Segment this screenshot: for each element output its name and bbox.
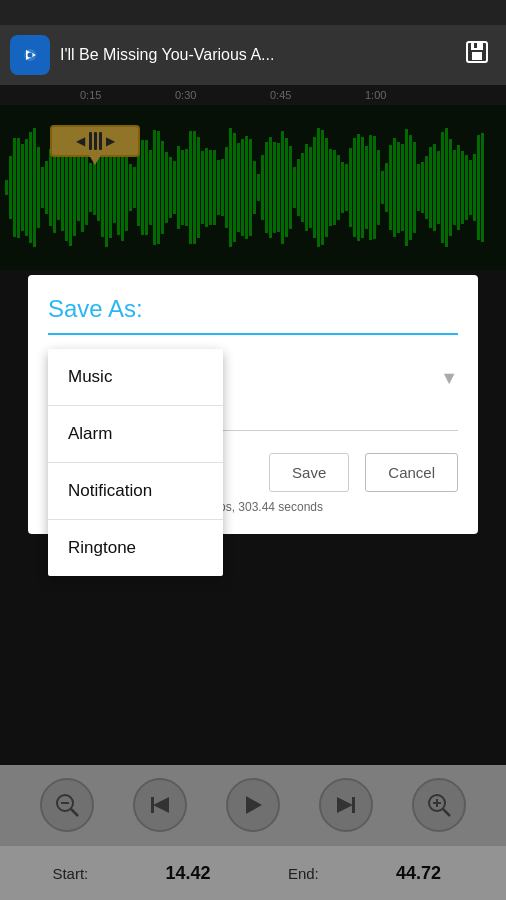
save-icon-button[interactable] [458, 33, 496, 77]
save-button[interactable]: Save [269, 453, 349, 492]
dropdown-item-notification[interactable]: Notification [48, 463, 223, 520]
dropdown-item-music[interactable]: Music [48, 349, 223, 406]
svg-rect-6 [474, 43, 477, 48]
app-title: I'll Be Missing You-Various A... [60, 46, 274, 64]
svg-point-2 [28, 53, 33, 58]
app-icon [10, 35, 50, 75]
cancel-button[interactable]: Cancel [365, 453, 458, 492]
dropdown-menu: Music Alarm Notification Ringtone [48, 349, 223, 576]
dropdown-arrow-icon[interactable]: ▼ [440, 368, 458, 389]
dropdown-item-ringtone[interactable]: Ringtone [48, 520, 223, 576]
dropdown-item-alarm[interactable]: Alarm [48, 406, 223, 463]
top-bar: I'll Be Missing You-Various A... [0, 25, 506, 85]
dialog-overlay: Save As: Type: Ringtone ▼ Music Alarm No… [0, 85, 506, 900]
svg-rect-5 [472, 52, 482, 60]
status-bar [0, 0, 506, 25]
top-bar-left: I'll Be Missing You-Various A... [10, 35, 274, 75]
save-as-dialog: Save As: Type: Ringtone ▼ Music Alarm No… [28, 275, 478, 534]
dialog-title: Save As: [28, 275, 478, 333]
